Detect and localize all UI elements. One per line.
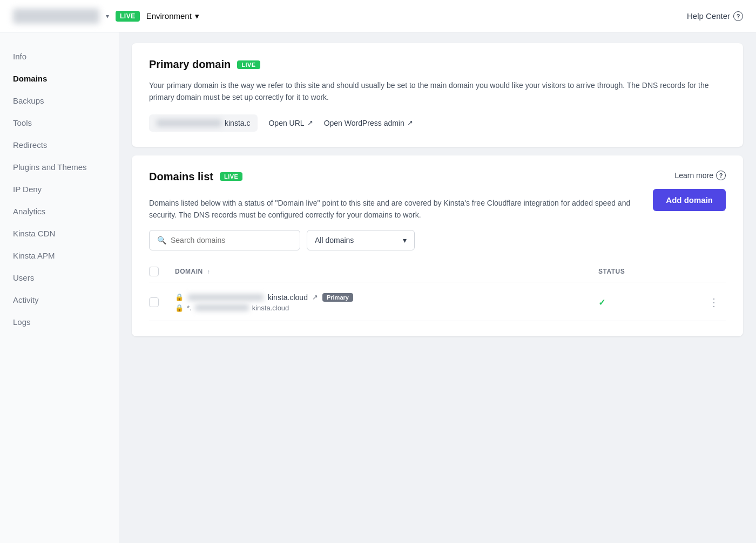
- domain-actions-col: ⋮: [704, 294, 726, 311]
- table-header-domain[interactable]: DOMAIN ↑: [175, 268, 590, 275]
- topnav-right: Help Center ?: [687, 11, 743, 21]
- filter-row: 🔍 All domains ▾: [149, 230, 726, 250]
- wildcard-lock-icon: 🔒: [175, 304, 184, 312]
- lock-icon: 🔒: [175, 293, 184, 301]
- table-header-checkbox-col: [149, 267, 166, 276]
- domains-list-description: Domains listed below with a status of "D…: [149, 197, 653, 221]
- primary-badge: Primary: [322, 293, 353, 302]
- primary-domain-live-badge: LIVE: [237, 60, 260, 69]
- sort-icon: ↑: [207, 268, 211, 275]
- open-url-external-icon: ↗: [307, 119, 313, 127]
- search-icon: 🔍: [157, 236, 166, 245]
- sidebar-item-tools[interactable]: Tools: [0, 112, 119, 134]
- domain-filter-select[interactable]: All domains ▾: [307, 230, 415, 250]
- filter-chevron-icon: ▾: [403, 236, 407, 245]
- domains-list-header-left: Domains list LIVE Domains listed below w…: [149, 171, 653, 221]
- open-wp-admin-button[interactable]: Open WordPress admin ↗: [324, 119, 413, 127]
- layout: Info Domains Backups Tools Redirects Plu…: [0, 32, 756, 543]
- topnav-left: ▾ LIVE Environment ▾: [13, 9, 199, 24]
- domain-text-blur: [188, 294, 264, 301]
- domains-list-live-badge: LIVE: [220, 172, 242, 181]
- sidebar-item-logs[interactable]: Logs: [0, 311, 119, 333]
- primary-domain-blur: [157, 119, 221, 127]
- learn-more-button[interactable]: Learn more ?: [674, 171, 726, 180]
- sidebar-item-info[interactable]: Info: [0, 45, 119, 67]
- table-header-status: STATUS: [598, 268, 696, 275]
- logo-chevron-icon[interactable]: ▾: [106, 12, 109, 20]
- sidebar-item-plugins-themes[interactable]: Plugins and Themes: [0, 156, 119, 178]
- sidebar-item-activity[interactable]: Activity: [0, 289, 119, 311]
- row-checkbox-col: [149, 297, 166, 307]
- open-wp-admin-external-icon: ↗: [407, 119, 413, 127]
- primary-domain-description: Your primary domain is the way we refer …: [149, 79, 726, 104]
- sidebar-item-kinsta-cdn[interactable]: Kinsta CDN: [0, 222, 119, 245]
- learn-more-icon: ?: [716, 171, 726, 180]
- primary-domain-title-row: Primary domain LIVE: [149, 58, 726, 71]
- topnav: ▾ LIVE Environment ▾ Help Center ?: [0, 0, 756, 32]
- open-wp-admin-label: Open WordPress admin: [324, 119, 404, 127]
- domain-item-info: 🔒 kinsta.cloud ↗ Primary 🔒 *. kinsta.clo…: [175, 293, 590, 312]
- domain-suffix: kinsta.cloud: [268, 293, 308, 302]
- table-header: DOMAIN ↑ STATUS: [149, 261, 726, 282]
- domains-list-title-row: Domains list LIVE: [149, 171, 653, 183]
- wildcard-prefix: *.: [187, 304, 192, 312]
- filter-label: All domains: [315, 236, 354, 245]
- sidebar-item-domains[interactable]: Domains: [0, 67, 119, 90]
- environment-label: Environment: [146, 11, 192, 21]
- sidebar-item-kinsta-apm[interactable]: Kinsta APM: [0, 245, 119, 267]
- table-row: 🔒 kinsta.cloud ↗ Primary 🔒 *. kinsta.clo…: [149, 284, 726, 321]
- wildcard-blur: [195, 304, 249, 311]
- sidebar-item-analytics[interactable]: Analytics: [0, 200, 119, 222]
- row-checkbox[interactable]: [149, 297, 159, 307]
- learn-more-label: Learn more: [674, 171, 713, 180]
- status-check-icon: ✓: [598, 297, 606, 308]
- domain-col-label: DOMAIN: [175, 268, 203, 275]
- help-icon[interactable]: ?: [733, 11, 743, 21]
- main-content: Primary domain LIVE Your primary domain …: [119, 32, 756, 543]
- open-url-label: Open URL: [268, 119, 304, 127]
- more-actions-button[interactable]: ⋮: [704, 294, 724, 311]
- sidebar: Info Domains Backups Tools Redirects Plu…: [0, 32, 119, 543]
- live-badge: LIVE: [116, 11, 140, 22]
- primary-domain-row: kinsta.c Open URL ↗ Open WordPress admin…: [149, 114, 726, 132]
- domains-list-title: Domains list: [149, 171, 213, 183]
- primary-domain-suffix: kinsta.c: [225, 119, 250, 127]
- search-box[interactable]: 🔍: [149, 230, 300, 250]
- search-input[interactable]: [171, 236, 292, 245]
- sidebar-item-ip-deny[interactable]: IP Deny: [0, 178, 119, 200]
- environment-selector[interactable]: Environment ▾: [146, 11, 199, 21]
- domains-list-card: Domains list LIVE Domains listed below w…: [132, 155, 743, 336]
- domains-list-actions: Learn more ? Add domain: [653, 171, 726, 211]
- primary-domain-card: Primary domain LIVE Your primary domain …: [132, 43, 743, 147]
- logo: [13, 9, 99, 24]
- sidebar-item-users[interactable]: Users: [0, 267, 119, 289]
- domain-status: ✓: [598, 297, 696, 308]
- domain-item-main: 🔒 kinsta.cloud ↗ Primary: [175, 293, 590, 302]
- environment-chevron-icon: ▾: [195, 11, 199, 21]
- domains-list-header: Domains list LIVE Domains listed below w…: [149, 171, 726, 221]
- primary-domain-pill: kinsta.c: [149, 114, 258, 132]
- domain-external-link-icon[interactable]: ↗: [312, 293, 318, 301]
- sidebar-item-backups[interactable]: Backups: [0, 90, 119, 112]
- help-center-label[interactable]: Help Center: [687, 11, 730, 21]
- primary-domain-title: Primary domain: [149, 58, 231, 71]
- open-url-button[interactable]: Open URL ↗: [268, 119, 313, 127]
- wildcard-suffix: kinsta.cloud: [252, 304, 289, 312]
- domain-item-wildcard: 🔒 *. kinsta.cloud: [175, 304, 590, 312]
- select-all-checkbox[interactable]: [149, 267, 159, 276]
- sidebar-item-redirects[interactable]: Redirects: [0, 134, 119, 156]
- add-domain-button[interactable]: Add domain: [653, 189, 726, 211]
